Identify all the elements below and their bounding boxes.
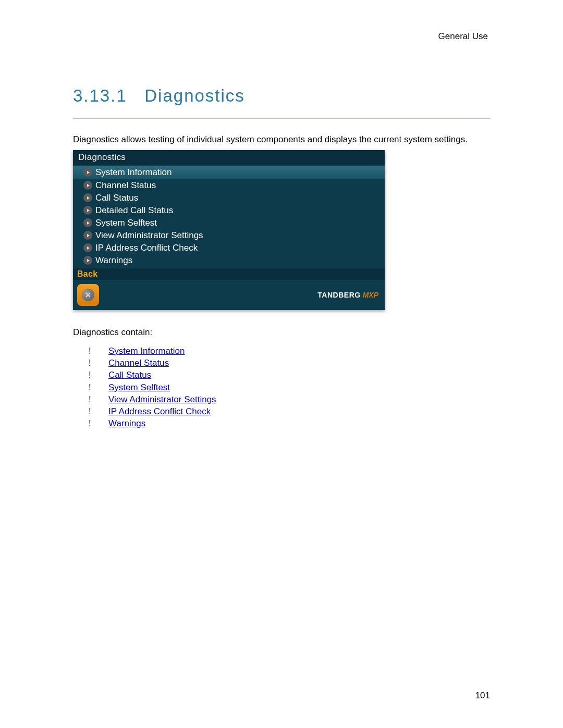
logo-sub-text: MXP	[363, 291, 378, 299]
close-icon: ✕	[82, 289, 94, 301]
bang-icon: !	[89, 345, 108, 357]
intro-paragraph: Diagnostics allows testing of individual…	[73, 133, 490, 146]
play-icon	[83, 231, 92, 240]
link-warnings[interactable]: Warnings	[108, 417, 145, 429]
document-page: General Use 3.13.1 Diagnostics Diagnosti…	[0, 0, 563, 451]
menu-item-detailed-call-status[interactable]: Detailed Call Status	[73, 204, 385, 217]
list-item: ! System Selftest	[89, 381, 490, 393]
page-category: General Use	[73, 31, 490, 42]
list-item: ! IP Address Conflict Check	[89, 405, 490, 417]
screenshot-bottom-bar: ✕ TANDBERG MXP	[73, 280, 385, 310]
diagnostics-contain-title: Diagnostics contain:	[73, 327, 490, 338]
list-item: ! System Information	[89, 345, 490, 357]
list-item: ! View Administrator Settings	[89, 393, 490, 405]
play-icon	[83, 218, 92, 227]
page-number: 101	[475, 690, 490, 701]
menu-item-warnings[interactable]: Warnings	[73, 254, 385, 267]
menu-item-label: Call Status	[95, 193, 138, 203]
list-item: ! Call Status	[89, 369, 490, 381]
list-item: ! Warnings	[89, 417, 490, 429]
play-icon	[83, 256, 92, 265]
bang-icon: !	[89, 417, 108, 429]
play-icon	[83, 181, 92, 190]
bang-icon: !	[89, 381, 108, 393]
play-icon	[83, 168, 92, 177]
diagnostics-screenshot: Diagnostics System Information Channel S…	[73, 150, 385, 310]
section-title-text: Diagnostics	[144, 86, 245, 105]
menu-item-label: System Information	[95, 167, 172, 178]
back-label: Back	[73, 268, 385, 280]
play-icon	[83, 206, 92, 215]
menu-item-label: System Selftest	[95, 218, 157, 228]
menu-item-view-administrator-settings[interactable]: View Administrator Settings	[73, 229, 385, 242]
link-channel-status[interactable]: Channel Status	[108, 357, 169, 369]
link-ip-address-conflict-check[interactable]: IP Address Conflict Check	[108, 405, 211, 417]
list-item: ! Channel Status	[89, 357, 490, 369]
link-system-information[interactable]: System Information	[108, 345, 185, 357]
screenshot-title: Diagnostics	[73, 150, 385, 165]
menu-item-system-selftest[interactable]: System Selftest	[73, 217, 385, 229]
play-icon	[83, 193, 92, 202]
section-number: 3.13.1	[73, 86, 127, 105]
diagnostics-menu: System Information Channel Status Call S…	[73, 165, 385, 268]
menu-item-label: Channel Status	[95, 180, 156, 191]
play-icon	[83, 243, 92, 252]
back-button[interactable]: ✕	[77, 284, 99, 306]
menu-item-label: Warnings	[95, 255, 132, 266]
logo-main-text: TANDBERG	[317, 291, 360, 299]
bang-icon: !	[89, 405, 108, 417]
menu-item-label: View Administrator Settings	[95, 230, 203, 241]
bang-icon: !	[89, 369, 108, 381]
menu-item-ip-address-conflict-check[interactable]: IP Address Conflict Check	[73, 242, 385, 254]
menu-item-channel-status[interactable]: Channel Status	[73, 179, 385, 192]
section-divider	[73, 118, 490, 119]
menu-item-call-status[interactable]: Call Status	[73, 192, 385, 204]
menu-item-label: IP Address Conflict Check	[95, 243, 198, 253]
section-title: 3.13.1 Diagnostics	[73, 86, 490, 106]
link-call-status[interactable]: Call Status	[108, 369, 151, 381]
menu-item-system-information[interactable]: System Information	[73, 166, 385, 179]
link-view-administrator-settings[interactable]: View Administrator Settings	[108, 393, 216, 405]
diagnostics-contain-list: ! System Information ! Channel Status ! …	[73, 345, 490, 430]
menu-item-label: Detailed Call Status	[95, 205, 173, 216]
bang-icon: !	[89, 357, 108, 369]
bang-icon: !	[89, 393, 108, 405]
link-system-selftest[interactable]: System Selftest	[108, 381, 170, 393]
tandberg-logo: TANDBERG MXP	[317, 291, 378, 299]
